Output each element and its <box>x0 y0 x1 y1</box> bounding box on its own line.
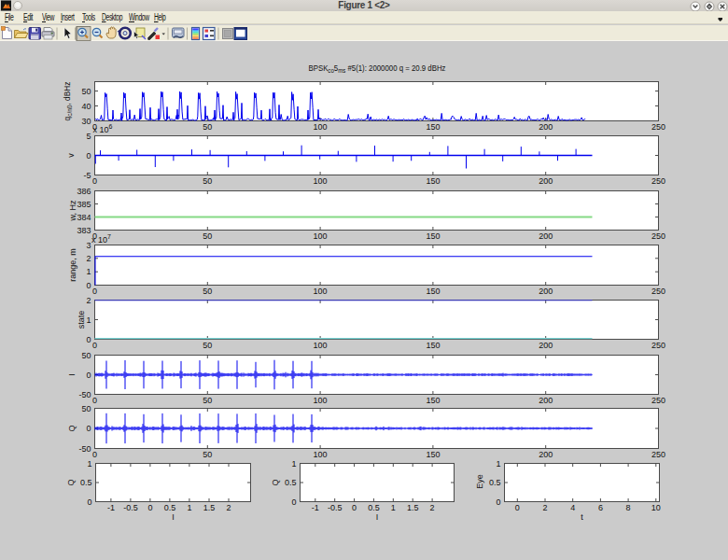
svg-text:0: 0 <box>92 287 97 296</box>
svg-text:2: 2 <box>86 296 91 305</box>
svg-text:Q: Q <box>271 479 280 485</box>
svg-text:200: 200 <box>539 231 553 241</box>
svg-text:range, m: range, m <box>68 248 77 282</box>
svg-text:383: 383 <box>77 226 91 235</box>
svg-text:1: 1 <box>496 459 500 469</box>
svg-text:250: 250 <box>651 396 665 405</box>
svg-text:250: 250 <box>651 341 665 350</box>
svg-text:0.5: 0.5 <box>80 478 92 487</box>
svg-text:5: 5 <box>86 132 91 141</box>
svg-text:150: 150 <box>426 287 440 296</box>
svg-text:384: 384 <box>77 213 91 222</box>
svg-text:-5: -5 <box>83 171 91 180</box>
svg-text:50: 50 <box>203 122 212 132</box>
svg-text:w, Hz: w, Hz <box>68 200 77 222</box>
svg-text:100: 100 <box>314 396 328 405</box>
svg-text:BPSKco5ms #5(1): 2000000 q = 2: BPSKco5ms #5(1): 2000000 q = 20.9 dBHz <box>309 63 446 74</box>
svg-text:I: I <box>376 512 379 522</box>
svg-text:Eye: Eye <box>475 474 484 489</box>
svg-text:-1: -1 <box>107 503 115 512</box>
svg-text:30: 30 <box>81 117 91 126</box>
svg-text:-50: -50 <box>78 444 91 454</box>
svg-text:200: 200 <box>539 396 553 405</box>
svg-text:2: 2 <box>542 503 547 512</box>
svg-text:0: 0 <box>86 335 91 344</box>
svg-text:200: 200 <box>539 450 553 459</box>
svg-text:1: 1 <box>87 459 91 469</box>
svg-text:150: 150 <box>426 450 440 459</box>
svg-text:0: 0 <box>291 497 296 507</box>
svg-text:0.5: 0.5 <box>489 478 501 487</box>
svg-text:150: 150 <box>426 341 440 350</box>
svg-text:50: 50 <box>81 87 91 96</box>
svg-text:0.5: 0.5 <box>368 503 380 512</box>
svg-text:0: 0 <box>92 396 97 405</box>
svg-text:8: 8 <box>626 503 631 512</box>
svg-text:I: I <box>172 512 175 522</box>
svg-text:0.5: 0.5 <box>164 503 176 512</box>
svg-text:250: 250 <box>651 287 665 296</box>
svg-text:0.5: 0.5 <box>285 478 297 487</box>
svg-text:Q: Q <box>67 425 77 431</box>
svg-text:50: 50 <box>203 450 212 459</box>
svg-text:250: 250 <box>651 231 665 241</box>
svg-text:0: 0 <box>147 503 152 512</box>
svg-text:385: 385 <box>77 200 91 209</box>
svg-text:1: 1 <box>291 459 296 469</box>
svg-text:-0.5: -0.5 <box>328 503 343 512</box>
svg-text:50: 50 <box>203 287 212 296</box>
svg-text:-1: -1 <box>312 503 319 512</box>
svg-text:1: 1 <box>391 503 396 512</box>
svg-text:40: 40 <box>81 102 91 111</box>
svg-text:50: 50 <box>203 231 212 241</box>
svg-text:200: 200 <box>539 287 553 296</box>
svg-text:50: 50 <box>203 341 212 350</box>
svg-text:250: 250 <box>651 450 665 459</box>
svg-text:150: 150 <box>426 396 440 405</box>
svg-text:50: 50 <box>203 176 212 186</box>
svg-text:250: 250 <box>651 122 665 132</box>
svg-text:x 106: x 106 <box>93 123 113 135</box>
svg-text:2: 2 <box>226 503 231 512</box>
svg-text:0: 0 <box>86 151 91 161</box>
svg-text:-0.5: -0.5 <box>123 503 138 512</box>
svg-text:I: I <box>67 373 77 376</box>
svg-text:386: 386 <box>77 187 91 196</box>
svg-text:1: 1 <box>187 503 191 512</box>
svg-text:100: 100 <box>314 176 328 186</box>
svg-text:10: 10 <box>651 503 661 512</box>
svg-text:0: 0 <box>515 503 520 512</box>
svg-text:50: 50 <box>81 351 91 360</box>
svg-text:1.5: 1.5 <box>203 503 216 512</box>
svg-text:state: state <box>77 311 86 329</box>
svg-text:3: 3 <box>86 241 91 250</box>
svg-text:0: 0 <box>92 341 97 350</box>
svg-text:qc/n0, dBHz: qc/n0, dBHz <box>63 81 73 120</box>
svg-text:2: 2 <box>86 254 91 263</box>
svg-text:2: 2 <box>430 503 435 512</box>
svg-text:0: 0 <box>87 497 91 507</box>
svg-text:150: 150 <box>426 231 440 241</box>
svg-text:0: 0 <box>92 450 97 459</box>
svg-text:50: 50 <box>81 404 91 413</box>
svg-text:1.5: 1.5 <box>407 503 419 512</box>
svg-text:x 107: x 107 <box>91 233 111 245</box>
svg-text:100: 100 <box>314 231 328 241</box>
svg-text:100: 100 <box>314 287 328 296</box>
svg-text:250: 250 <box>651 176 665 186</box>
svg-text:0: 0 <box>92 176 97 186</box>
svg-text:1: 1 <box>86 315 91 325</box>
svg-text:0: 0 <box>86 281 91 290</box>
svg-text:t: t <box>581 512 583 522</box>
svg-text:v: v <box>66 153 76 158</box>
svg-text:1: 1 <box>86 267 91 276</box>
svg-text:100: 100 <box>314 450 328 459</box>
svg-text:100: 100 <box>314 122 328 132</box>
svg-text:Q: Q <box>66 479 76 485</box>
svg-text:50: 50 <box>203 396 212 405</box>
svg-text:-50: -50 <box>78 390 91 399</box>
svg-text:200: 200 <box>539 176 553 186</box>
svg-text:200: 200 <box>539 341 553 350</box>
svg-text:200: 200 <box>539 122 553 132</box>
svg-text:150: 150 <box>426 176 440 186</box>
